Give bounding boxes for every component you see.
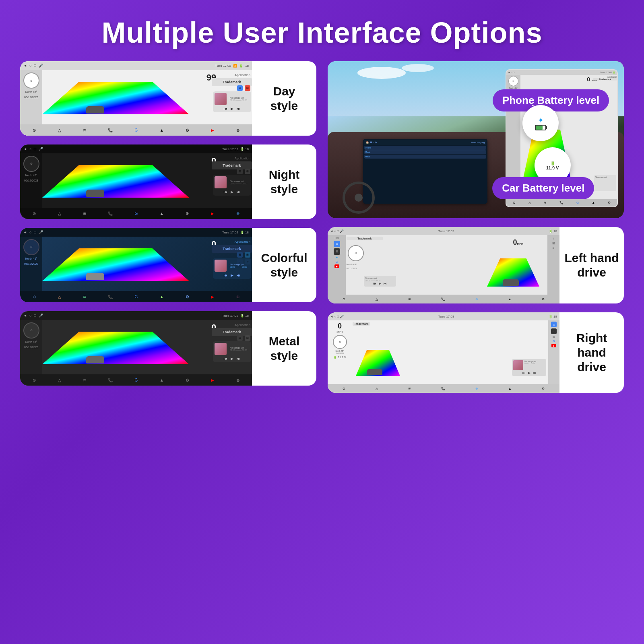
prev-btn-metal[interactable]: ⏮ [224, 357, 227, 361]
night-media-controls[interactable]: ⏮ ▶ ⏭ [215, 190, 250, 194]
rhd-b4[interactable]: 📞 [441, 387, 445, 390]
rhd-app-icon[interactable]: ⊞ [553, 335, 555, 339]
m-bottom-3[interactable]: ≋ [83, 378, 86, 382]
lhd-sidebar-icon-2[interactable]: ⊞ [552, 242, 555, 245]
n-bottom-7[interactable]: ⚙ [186, 211, 189, 216]
next-btn-day[interactable]: ⏭ [237, 107, 240, 111]
bottom-icon-2d[interactable]: △ [58, 128, 61, 132]
bottom-icon-6d[interactable]: ▲ [160, 128, 164, 132]
rhd-app-music[interactable]: ♪ [551, 328, 557, 334]
rhd-app-grid[interactable]: ⊞ [551, 322, 557, 327]
m-bottom-4[interactable]: 📞 [108, 378, 113, 382]
c-bottom-2[interactable]: △ [58, 295, 61, 299]
c-bottom-1[interactable]: ⊙ [33, 295, 36, 299]
rhd-screen: ◄ ○ □ 🎤 Tues 17:03 🔋 18 0 MPH ⊙ North 45 [328, 312, 559, 393]
rhd-next[interactable]: ⏭ [533, 371, 536, 375]
rhd-b5[interactable]: ⊕ [475, 387, 478, 390]
bottom-icon-7d[interactable]: ⚙ [186, 128, 189, 132]
grid-icon-2[interactable]: ⊞ [245, 85, 250, 91]
rhd-b3[interactable]: ≋ [408, 387, 411, 390]
rhd-b1[interactable]: ⊙ [343, 387, 345, 390]
m-bottom-2[interactable]: △ [58, 378, 61, 382]
rhd-media-controls[interactable]: ⏮ ▶ ⏭ [513, 371, 545, 375]
c-bottom-8[interactable]: ▶ [211, 295, 214, 299]
rhd-play[interactable]: ▶ [528, 371, 530, 375]
m-bottom-5[interactable]: G [135, 378, 138, 382]
bottom-icon-4d[interactable]: 📞 [108, 128, 113, 132]
c-bottom-5[interactable]: G [135, 295, 138, 299]
lhd-sidebar-icon-1[interactable]: ♪ [553, 237, 554, 240]
n-bottom-2[interactable]: △ [58, 211, 61, 216]
rhd-speed-section: 0 MPH ⊙ North 45° 05/12/2023 🔋 11.7 V [328, 320, 352, 384]
m-bottom-7[interactable]: ⚙ [186, 378, 189, 382]
night-screen: ◄ ○ □ 🎤 Tues 17:02 🔋 18 ⊙ North 45° 05/1 [20, 144, 252, 219]
colorful-media-controls[interactable]: ⏮ ▶ ⏭ [215, 273, 250, 277]
n-grid-2[interactable]: ⊞ [245, 169, 250, 174]
prev-btn-day[interactable]: ⏮ [224, 107, 227, 111]
lhd-b1[interactable]: ⊙ [343, 297, 345, 301]
n-bottom-1[interactable]: ⊙ [33, 211, 36, 216]
bottom-icon-9d[interactable]: ⊕ [236, 128, 239, 132]
play-btn-colorful[interactable]: ▶ [231, 273, 233, 277]
metal-media-controls[interactable]: ⏮ ▶ ⏭ [215, 357, 250, 361]
n-bottom-9[interactable]: ⊕ [236, 211, 239, 216]
n-bottom-3[interactable]: ≋ [83, 211, 86, 216]
lhd-b2[interactable]: △ [376, 297, 378, 301]
c-grid-2[interactable]: ⊞ [245, 252, 250, 258]
m-bottom-8[interactable]: ▶ [211, 378, 214, 382]
play-btn-metal[interactable]: ▶ [231, 357, 233, 361]
rhd-bottombar: ⊙ △ ≋ 📞 ⊕ ▲ ⚙ [328, 384, 559, 393]
lhd-app-1[interactable]: ⊞ [334, 241, 340, 247]
lhd-play[interactable]: ▶ [379, 282, 381, 285]
bottom-icon-1d[interactable]: ⊙ [33, 128, 36, 132]
lhd-app-2[interactable]: ⊞ [334, 248, 340, 255]
n-bottom-5[interactable]: G [135, 211, 138, 216]
c-bottom-4[interactable]: 📞 [108, 295, 113, 299]
lhd-b5[interactable]: ⊕ [475, 297, 478, 301]
lhd-yt[interactable]: ▶ [334, 264, 339, 268]
lhd-b4[interactable]: 📞 [441, 297, 445, 301]
prev-btn-night[interactable]: ⏮ [224, 190, 227, 194]
c-bottom-7[interactable]: ⚙ [186, 295, 189, 299]
day-media-controls[interactable]: ⏮ ▶ ⏭ [215, 107, 250, 111]
battery-night: 🔋 18 [240, 147, 249, 151]
grid-icon-1[interactable]: ⊞ [237, 85, 243, 91]
c-bottom-9[interactable]: ⊕ [236, 295, 239, 299]
next-btn-metal[interactable]: ⏭ [237, 357, 240, 361]
lhd-sidebar-icon-3[interactable]: ≡ [553, 246, 555, 250]
n-grid-1[interactable]: ⊞ [237, 169, 243, 174]
m-bottom-6[interactable]: ▲ [160, 378, 164, 382]
rhd-b2[interactable]: △ [376, 387, 378, 390]
n-bottom-4[interactable]: 📞 [108, 211, 113, 216]
rhd-google-icon[interactable]: G [553, 340, 555, 343]
c-grid-1[interactable]: ⊞ [237, 252, 243, 258]
m-bottom-9[interactable]: ⊕ [236, 378, 239, 382]
rhd-b7[interactable]: ⚙ [542, 387, 545, 390]
lhd-media-controls[interactable]: ⏮ ▶ ⏭ [365, 282, 395, 285]
bottom-icon-8d[interactable]: ▶ [211, 128, 214, 132]
play-btn-night[interactable]: ▶ [231, 190, 233, 194]
c-bottom-3[interactable]: ≋ [83, 295, 86, 299]
play-btn-day[interactable]: ▶ [231, 107, 233, 111]
lhd-b6[interactable]: ▲ [508, 297, 512, 301]
bottom-icon-5d[interactable]: G [135, 128, 138, 132]
m-grid-2[interactable]: ⊞ [245, 335, 250, 341]
back-icon-night: ◄ [23, 147, 27, 151]
n-bottom-8[interactable]: ▶ [211, 211, 214, 216]
lhd-b7[interactable]: ⚙ [542, 297, 545, 301]
prev-btn-colorful[interactable]: ⏮ [224, 273, 227, 277]
m-grid-1[interactable]: ⊞ [237, 335, 243, 341]
bottom-icon-3d[interactable]: ≋ [83, 128, 86, 132]
lhd-next[interactable]: ⏭ [384, 282, 387, 285]
next-btn-colorful[interactable]: ⏭ [237, 273, 240, 277]
c-bottom-6[interactable]: ▲ [160, 295, 164, 299]
lhd-b3[interactable]: ≋ [408, 297, 411, 301]
rhd-prev[interactable]: ⏮ [522, 371, 526, 375]
m-bottom-1[interactable]: ⊙ [33, 378, 36, 382]
lhd-prev[interactable]: ⏮ [373, 282, 376, 285]
next-btn-night[interactable]: ⏭ [237, 190, 240, 194]
rhd-yt-icon[interactable]: ▶ [551, 344, 556, 347]
lhd-google[interactable]: G [336, 260, 338, 263]
n-bottom-6[interactable]: ▲ [160, 211, 164, 216]
rhd-b6[interactable]: ▲ [508, 387, 512, 390]
